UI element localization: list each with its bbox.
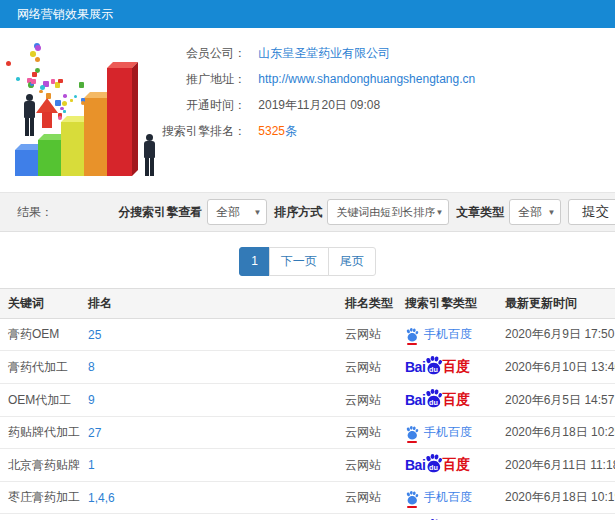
table-row: 北京膏药贴牌 1 云网站 Bai — [0, 449, 615, 482]
engine-type-cell: Bai du 百度 — [405, 358, 489, 376]
update-time-cell: 2020年5月29日 10:32 — [497, 514, 615, 520]
engine-rank-row: 搜索引擎排名： 5325条 — [0, 118, 615, 144]
mobile-baidu-badge: 手机百度 — [405, 424, 472, 441]
rank-type-cell: 云网站 — [337, 351, 397, 384]
engine-filter-select[interactable]: 全部 ▼ — [207, 199, 267, 225]
rank-type-cell: 云网站 — [337, 319, 397, 351]
sort-filter-label: 排序方式 — [274, 204, 322, 221]
rank-link[interactable]: 1 — [88, 458, 95, 472]
update-time-cell: 2020年6月18日 10:25 — [497, 417, 615, 449]
baidu-logo-bai: Bai — [405, 457, 425, 473]
pagination-last-button[interactable]: 尾页 — [328, 247, 376, 276]
engine-type-cell: Bai du 百度 — [405, 489, 489, 506]
keyword-cell: 北京膏药贴牌 — [0, 449, 80, 482]
engine-type-header: 搜索引擎类型 — [397, 289, 497, 319]
pagination-next-button[interactable]: 下一页 — [269, 247, 329, 276]
results-table: 关键词 排名 排名类型 搜索引擎类型 最新更新时间 膏药OEM 25 云网站 B… — [0, 288, 615, 520]
svg-text:du: du — [429, 364, 438, 373]
article-type-select[interactable]: 全部 ▼ — [509, 199, 561, 225]
open-time-row: 开通时间： 2019年11月20日 09:08 — [0, 92, 615, 118]
sort-filter-value: 关键词由短到长排序 — [336, 206, 435, 218]
promo-url-label: 推广地址： — [0, 66, 246, 92]
engine-rank-label: 搜索引擎排名： — [0, 118, 246, 144]
baidu-logo-bai: Bai — [405, 392, 425, 408]
results-table-body: 膏药OEM 25 云网站 Bai — [0, 319, 615, 520]
submit-button[interactable]: 提交 — [568, 199, 615, 225]
article-type-value: 全部 — [518, 205, 542, 219]
update-time-cell: 2020年6月9日 17:50 — [497, 319, 615, 351]
table-row: 医疗器械厂家 4 云网站 Bai — [0, 514, 615, 520]
red-underline — [407, 343, 417, 345]
baidu-logo-bai: Bai — [405, 359, 425, 375]
keyword-cell: 膏药OEM — [0, 319, 80, 351]
mobile-baidu-label: 手机百度 — [424, 489, 472, 506]
table-header-row: 关键词 排名 排名类型 搜索引擎类型 最新更新时间 — [0, 289, 615, 319]
table-row: 枣庄膏药加工 1,4,6 云网站 Bai — [0, 482, 615, 514]
member-company-link[interactable]: 山东皇圣堂药业有限公司 — [258, 46, 390, 60]
page-title: 网络营销效果展示 — [17, 7, 113, 21]
baidu-logo: Bai du 百度 — [405, 391, 470, 409]
update-time-header: 最新更新时间 — [497, 289, 615, 319]
table-row: 膏药OEM 25 云网站 Bai — [0, 319, 615, 351]
svg-text:du: du — [429, 397, 438, 406]
engine-filter-label: 分搜索引擎查看 — [118, 204, 202, 221]
red-underline — [407, 441, 417, 443]
table-row: 膏药代加工 8 云网站 Bai — [0, 351, 615, 384]
promo-url-row: 推广地址： http://www.shandonghuangshengtang.… — [0, 66, 615, 92]
chevron-down-icon: ▼ — [435, 200, 443, 226]
keyword-cell: OEM代加工 — [0, 384, 80, 417]
engine-type-cell: Bai du 百度 — [405, 424, 489, 441]
pagination-page-1[interactable]: 1 — [239, 247, 270, 276]
pagination: 1 下一页 尾页 — [0, 247, 615, 276]
update-time-cell: 2020年6月5日 14:57 — [497, 384, 615, 417]
engine-filter-value: 全部 — [216, 205, 240, 219]
member-company-row: 会员公司： 山东皇圣堂药业有限公司 — [0, 40, 615, 66]
engine-type-cell: Bai du 百度 — [405, 391, 489, 409]
keyword-header: 关键词 — [0, 289, 80, 319]
rank-header: 排名 — [80, 289, 337, 319]
engine-rank-unit: 条 — [285, 124, 297, 138]
account-info: 会员公司： 山东皇圣堂药业有限公司 推广地址： http://www.shand… — [0, 28, 615, 144]
open-time-value: 2019年11月20日 09:08 — [258, 98, 380, 112]
engine-rank-count: 5325 — [258, 124, 285, 138]
table-row: 药贴牌代加工 27 云网站 Bai — [0, 417, 615, 449]
rank-link[interactable]: 25 — [88, 328, 101, 342]
rank-type-cell: 云网站 — [337, 449, 397, 482]
rank-type-header: 排名类型 — [337, 289, 397, 319]
rank-link[interactable]: 27 — [88, 426, 101, 440]
chevron-down-icon: ▼ — [547, 200, 555, 226]
open-time-label: 开通时间： — [0, 92, 246, 118]
baidu-logo: Bai du 百度 — [405, 456, 470, 474]
person-legs — [145, 158, 154, 176]
rank-type-cell: 云网站 — [337, 482, 397, 514]
rank-type-cell: 云网站 — [337, 417, 397, 449]
engine-type-cell: Bai du 百度 — [405, 456, 489, 474]
update-time-cell: 2020年6月10日 13:40 — [497, 351, 615, 384]
sort-filter-select[interactable]: 关键词由短到长排序 ▼ — [327, 199, 449, 225]
rank-type-cell: 云网站 — [337, 514, 397, 520]
rank-link[interactable]: 9 — [88, 393, 95, 407]
svg-text:du: du — [429, 462, 438, 471]
baidu-logo: Bai du 百度 — [405, 358, 470, 376]
baidu-logo-cn: 百度 — [442, 391, 470, 409]
red-underline — [407, 506, 417, 508]
engine-type-cell: Bai du 百度 — [405, 326, 489, 343]
baidu-logo-cn: 百度 — [442, 456, 470, 474]
filter-bar: 结果： 分搜索引擎查看 全部 ▼ 排序方式 关键词由短到长排序 ▼ 文章类型 全… — [0, 192, 615, 232]
mobile-baidu-label: 手机百度 — [424, 326, 472, 343]
mobile-baidu-paw-icon — [405, 491, 419, 505]
table-row: OEM代加工 9 云网站 Bai — [0, 384, 615, 417]
rank-link[interactable]: 1,4,6 — [88, 491, 115, 505]
chevron-down-icon: ▼ — [253, 200, 261, 226]
article-type-label: 文章类型 — [456, 204, 504, 221]
mobile-baidu-badge: 手机百度 — [405, 326, 472, 343]
rank-type-cell: 云网站 — [337, 384, 397, 417]
mobile-baidu-paw-icon — [405, 426, 419, 440]
mobile-baidu-badge: 手机百度 — [405, 489, 472, 506]
promo-url-link[interactable]: http://www.shandonghuangshengtang.cn — [258, 72, 475, 86]
update-time-cell: 2020年6月11日 11:18 — [497, 449, 615, 482]
filter-controls: 分搜索引擎查看 全部 ▼ 排序方式 关键词由短到长排序 ▼ 文章类型 全部 ▼ … — [111, 199, 615, 225]
mobile-baidu-label: 手机百度 — [424, 424, 472, 441]
baidu-logo-cn: 百度 — [442, 358, 470, 376]
rank-link[interactable]: 8 — [88, 360, 95, 374]
